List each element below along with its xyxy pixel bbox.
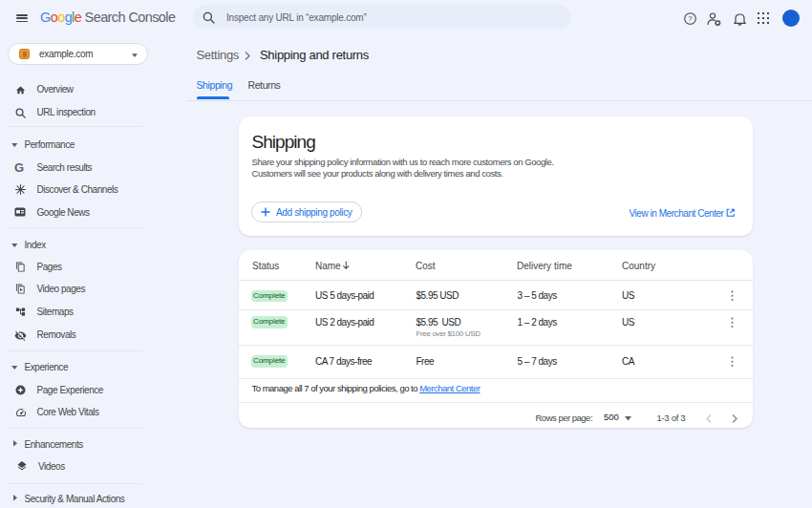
svg-text:?: ? — [688, 14, 693, 23]
